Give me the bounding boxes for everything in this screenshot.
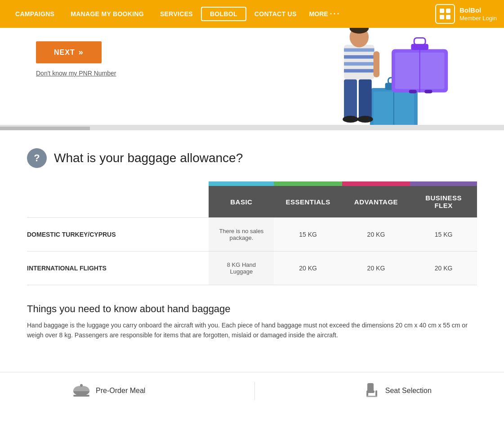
next-arrows-icon: » — [79, 48, 84, 57]
row-label-international: INTERNATIONAL FLIGHTS — [27, 252, 209, 285]
section-title: What is your baggage allowance? — [54, 151, 243, 165]
main-nav: CAMPAIGNS MANAGE MY BOOKING SERVICES BOL… — [0, 0, 504, 28]
svg-rect-2 — [440, 15, 444, 19]
svg-rect-36 — [375, 390, 377, 397]
svg-rect-31 — [80, 384, 83, 387]
svg-point-26 — [357, 116, 373, 123]
table-header-empty — [27, 186, 209, 218]
color-bar-essentials — [274, 181, 342, 186]
next-button[interactable]: NEXT » — [36, 41, 102, 63]
col-header-advantage: ADVANTAGE — [342, 186, 410, 218]
svg-rect-24 — [359, 80, 372, 119]
row-label-domestic: DOMESTIC TURKEY/CYPRUS — [27, 218, 209, 252]
footer-meal-label: Pre-Order Meal — [96, 387, 145, 395]
svg-rect-20 — [344, 55, 374, 59]
nav-link-manage-my-booking[interactable]: MANAGE MY BOOKING — [62, 10, 152, 18]
nav-more[interactable]: MORE ··· — [305, 9, 345, 19]
svg-point-25 — [343, 116, 358, 123]
row-international-essentials: 20 KG — [274, 252, 342, 285]
scrollbar-thumb[interactable] — [0, 127, 90, 130]
nav-more-label: MORE — [309, 10, 328, 18]
question-icon: ? — [27, 148, 47, 168]
row-domestic-basic: There is no sales package. — [209, 218, 274, 252]
svg-rect-23 — [344, 80, 357, 119]
bolbol-logo-icon — [435, 4, 455, 24]
footer-item-seat-selection[interactable]: Seat Selection — [364, 381, 432, 401]
svg-rect-15 — [409, 90, 417, 93]
color-bar-advantage — [342, 181, 410, 186]
svg-rect-16 — [424, 90, 432, 93]
more-dots-icon: ··· — [330, 9, 341, 19]
col-header-basic: BASIC — [209, 186, 274, 218]
svg-rect-29 — [374, 51, 379, 77]
row-international-advantage: 20 KG — [342, 252, 410, 285]
section-title-row: ? What is your baggage allowance? — [27, 148, 477, 168]
nav-link-bolbol[interactable]: BOLBOL — [201, 7, 246, 21]
row-domestic-essentials: 15 KG — [274, 218, 342, 252]
table-row-international: INTERNATIONAL FLIGHTS 8 KG Hand Luggage … — [27, 252, 477, 285]
svg-rect-22 — [344, 69, 374, 73]
row-domestic-business: 15 KG — [410, 218, 477, 252]
color-bar-business — [410, 181, 477, 186]
table-header-row: BASIC ESSENTIALS ADVANTAGE BUSINESS FLEX — [27, 186, 477, 218]
col-header-essentials: ESSENTIALS — [274, 186, 342, 218]
footer-item-pre-order-meal[interactable]: Pre-Order Meal — [72, 381, 145, 401]
nav-link-contact-us[interactable]: CONTACT US — [246, 10, 305, 18]
svg-rect-37 — [366, 396, 377, 397]
footer-bar: Pre-Order Meal Seat Selection — [0, 372, 504, 410]
svg-rect-17 — [414, 38, 425, 44]
hand-baggage-section: Things you need to know about hand bagga… — [27, 303, 477, 340]
nav-link-services[interactable]: SERVICES — [152, 10, 201, 18]
row-international-basic: 8 KG Hand Luggage — [209, 252, 274, 285]
color-bar-basic — [209, 181, 274, 186]
table-row-domestic: DOMESTIC TURKEY/CYPRUS There is no sales… — [27, 218, 477, 252]
svg-rect-21 — [344, 62, 374, 66]
svg-rect-32 — [73, 395, 89, 397]
color-bar-row — [27, 181, 477, 186]
svg-rect-33 — [367, 383, 374, 391]
footer-seat-label: Seat Selection — [385, 387, 432, 395]
hand-baggage-text: Hand baggage is the luggage you carry on… — [27, 320, 477, 340]
svg-rect-0 — [440, 9, 444, 13]
row-international-business: 20 KG — [410, 252, 477, 285]
svg-rect-19 — [344, 48, 374, 52]
hero-image — [279, 28, 504, 127]
nav-links: CAMPAIGNS MANAGE MY BOOKING SERVICES BOL… — [7, 7, 435, 21]
scrollbar[interactable] — [0, 127, 504, 130]
svg-rect-1 — [446, 9, 450, 13]
meal-icon — [72, 381, 90, 401]
col-header-business-flex: BUSINESS FLEX — [410, 186, 477, 218]
row-domestic-advantage: 20 KG — [342, 218, 410, 252]
svg-rect-3 — [446, 15, 450, 19]
main-content: ? What is your baggage allowance? BASIC — [0, 130, 504, 358]
hero-area: NEXT » Don't know my PNR Number — [0, 28, 504, 127]
nav-link-campaigns[interactable]: CAMPAIGNS — [7, 10, 62, 18]
seat-icon — [364, 381, 380, 401]
bolbol-login-text: BolBol Member Login — [459, 6, 497, 22]
bolbol-login[interactable]: BolBol Member Login — [435, 4, 497, 24]
footer-divider — [254, 382, 255, 400]
hand-baggage-title: Things you need to know about hand bagga… — [27, 303, 477, 315]
baggage-table: BASIC ESSENTIALS ADVANTAGE BUSINESS FLEX… — [27, 181, 477, 285]
